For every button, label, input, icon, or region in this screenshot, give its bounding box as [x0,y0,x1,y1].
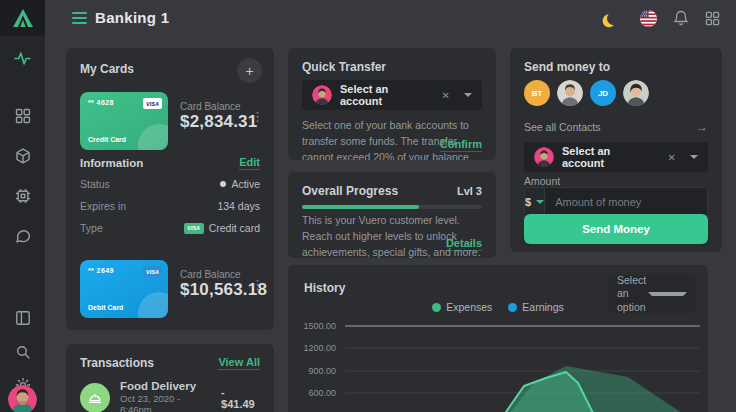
transaction-title: Food Delivery [120,380,211,392]
account-select-label: Select an account [340,83,428,107]
contact-avatar-bt[interactable]: BT [524,80,550,106]
information-title: Information [80,157,143,169]
overall-progress-panel: Overall Progress Lvl 3 This is your Vuer… [288,172,496,258]
dark-mode-moon-icon[interactable] [606,10,621,25]
card-menu-icon[interactable]: ⋮ [251,110,264,123]
apps-grid-icon[interactable] [705,11,720,26]
sidebar-item-elements[interactable] [0,188,45,204]
confirm-link[interactable]: Confirm [440,138,482,152]
cpu-icon [15,188,31,204]
see-all-contacts-label[interactable]: See all Contacts [524,121,600,133]
cube-icon [15,148,31,164]
info-value: Active [231,178,260,190]
info-value: 134 days [217,200,260,212]
grid-icon [15,108,31,124]
contact-avatar-jd[interactable]: JD [590,80,616,106]
my-cards-panel: My Cards + ** 4628 VISA Credit Card Card… [66,48,274,330]
info-row-type: Type VISACredit card [80,222,260,234]
my-cards-title: My Cards [80,62,134,76]
currency-symbol: $ [525,196,531,208]
overall-progress-title: Overall Progress [302,184,398,198]
transactions-title: Transactions [80,356,154,370]
chevron-down-icon [464,93,472,97]
chevron-down-icon [536,200,544,204]
page-title: Banking 1 [95,9,169,26]
info-label: Type [80,222,103,234]
send-money-panel: Send money to BT JD See all Contacts → S… [510,48,722,252]
contact-avatar-photo[interactable] [623,80,649,106]
card-type-label: Debit Card [88,304,123,311]
us-flag-icon[interactable] [640,10,657,27]
card-decoration [138,124,168,150]
columns-icon [15,310,31,326]
info-label: Expires in [80,200,126,212]
visa-badge-small: VISA [184,223,204,234]
arrow-right-icon[interactable]: → [696,120,708,134]
send-account-select[interactable]: Select an account ✕ [524,142,708,172]
history-panel: History Select an option Expenses Earnin… [288,265,708,412]
search-icon [15,344,31,360]
amount-label: Amount [524,175,560,187]
account-select[interactable]: Select an account ✕ [302,80,482,110]
info-row-status: Status Active [80,178,260,190]
sidebar-item-layouts[interactable] [0,310,45,326]
top-navbar: Banking 1 [45,0,736,36]
view-all-link[interactable]: View All [218,356,260,370]
sidebar-item-search[interactable] [0,344,45,360]
clear-icon[interactable]: ✕ [662,152,682,163]
send-money-button[interactable]: Send Money [524,214,708,244]
menu-toggle-icon[interactable] [72,12,87,27]
sidebar-item-messages[interactable] [0,228,45,244]
status-dot [220,181,226,187]
overall-progress-description: This is your Vuero customer level. Reach… [302,213,482,258]
visa-badge: VISA [143,98,162,109]
info-label: Status [80,178,110,190]
sidebar-item-components[interactable] [0,148,45,164]
card-type-label: Credit Card [88,136,126,143]
details-link[interactable]: Details [446,237,482,251]
card-number: ** 4628 [88,99,114,106]
add-card-button[interactable]: + [237,58,262,83]
transaction-row[interactable]: Food Delivery Oct 23, 2020 - 8:46pm - $4… [80,380,260,412]
app-logo[interactable] [0,0,45,36]
transactions-panel: Transactions View All Food Delivery Oct … [66,344,274,412]
clear-icon[interactable]: ✕ [436,90,456,101]
card-menu-icon[interactable]: ⋮ [251,278,264,291]
visa-badge: VISA [143,266,162,277]
sidebar-item-dashboards[interactable] [0,108,45,124]
quick-transfer-title: Quick Transfer [302,60,386,74]
sidebar [0,0,45,412]
user-avatar[interactable] [8,385,37,412]
send-account-select-label: Select an account [562,145,654,169]
level-badge: Lvl 3 [457,185,482,197]
history-chart[interactable] [288,265,708,412]
chat-icon [15,228,31,244]
transaction-amount: - $41.49 [221,386,260,410]
balance-label: Card Balance [180,101,257,112]
currency-select[interactable]: $ [525,188,545,216]
sidebar-item-activity[interactable] [0,50,45,67]
transaction-date: Oct 23, 2020 - 8:46pm [120,393,211,412]
info-value: Credit card [209,222,260,234]
contact-avatar-photo[interactable] [557,80,583,106]
info-row-expires: Expires in 134 days [80,200,260,212]
account-avatar [534,147,554,167]
activity-icon [14,50,31,67]
amount-input-group: $ [524,187,708,217]
balance-value: $2,834.31 [180,112,257,132]
account-avatar [312,85,332,105]
card-decoration [138,292,168,318]
quick-transfer-panel: Quick Transfer Select an account ✕ Selec… [288,48,496,160]
debit-card[interactable]: ** 2649 VISA Debit Card [80,260,168,318]
bell-icon[interactable] [673,10,689,26]
amount-input[interactable] [545,188,707,216]
user-avatar-image [8,385,37,412]
send-money-title: Send money to [524,60,610,74]
triangle-logo-icon [12,8,34,28]
credit-card[interactable]: ** 4628 VISA Credit Card [80,92,168,150]
card-number: ** 2649 [88,267,114,274]
chevron-down-icon [690,155,698,159]
food-delivery-icon [80,383,110,412]
progress-bar-fill [302,205,419,209]
edit-link[interactable]: Edit [239,156,260,170]
